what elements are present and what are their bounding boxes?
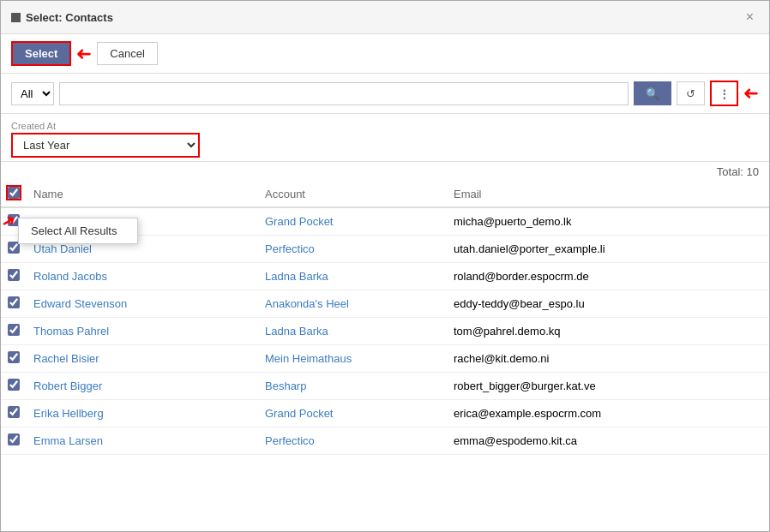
contact-name-link[interactable]: Robert Bigger (33, 380, 102, 392)
select-all-results-item[interactable]: Select All Results (19, 218, 137, 243)
more-button[interactable]: ⋮ (710, 81, 738, 106)
table-row: Roland JacobsLadna Barkaroland@border.es… (1, 263, 769, 290)
contact-name-link[interactable]: Emma Larsen (33, 434, 103, 447)
created-at-filter[interactable]: Last Year This Year Last Month This Mont… (11, 133, 200, 158)
search-button[interactable]: 🔍 (634, 81, 671, 105)
row-email: roland@border.espocrm.de (447, 263, 769, 290)
row-name: Thomas Pahrel (27, 318, 258, 345)
close-button[interactable]: × (741, 8, 759, 27)
row-account: Grand Pocket (258, 400, 447, 427)
contact-name-link[interactable]: Utah Daniel (33, 242, 92, 255)
account-link[interactable]: Ladna Barka (265, 325, 328, 338)
table-container[interactable]: ➜ Select All Results Name Account Email … (1, 182, 769, 531)
account-link[interactable]: Perfectico (265, 242, 315, 255)
account-link[interactable]: Besharp (265, 380, 306, 392)
row-checkbox-5[interactable] (8, 351, 20, 363)
account-link[interactable]: Grand Pocket (265, 215, 334, 228)
row-checkbox-4[interactable] (8, 324, 20, 336)
refresh-button[interactable]: ↺ (677, 81, 705, 105)
row-account: Ladna Barka (258, 263, 447, 290)
row-account: Mein Heimathaus (258, 345, 447, 373)
search-type-select[interactable]: All (11, 82, 54, 105)
dialog-title: Select: Contacts (11, 11, 113, 24)
row-checkbox-cell (1, 427, 27, 455)
row-email: emma@espodemo.kit.ca (447, 427, 769, 455)
row-checkbox-3[interactable] (8, 296, 20, 308)
row-account: Perfectico (258, 236, 447, 263)
table-row: Robert BiggerBesharprobert_bigger@burger… (1, 373, 769, 400)
refresh-icon: ↺ (686, 87, 695, 100)
account-link[interactable]: Ladna Barka (265, 270, 328, 283)
total-bar: Total: 10 (1, 162, 769, 182)
header-name: Name (27, 182, 258, 207)
row-checkbox-cell (1, 290, 27, 318)
cancel-button[interactable]: Cancel (97, 42, 157, 65)
contact-name-link[interactable]: Erika Hellberg (33, 407, 104, 420)
row-account: Besharp (258, 373, 447, 400)
row-name: Edward Stevenson (27, 290, 258, 318)
table-row: Emma LarsenPerfecticoemma@espodemo.kit.c… (1, 427, 769, 455)
row-name: Erika Hellberg (27, 400, 258, 427)
search-bar: All 🔍 ↺ ⋮ ➜ (1, 74, 769, 114)
toolbar: Select ➜ Cancel (1, 34, 769, 74)
search-input[interactable] (59, 82, 629, 105)
select-arrow-annotation: ➜ (76, 43, 92, 65)
row-checkbox-cell (1, 400, 27, 427)
row-name: Rachel Bisier (27, 345, 258, 373)
contacts-table: ➜ Select All Results Name Account Email … (1, 182, 769, 455)
filter-label: Created At (11, 121, 759, 131)
row-checkbox-2[interactable] (8, 269, 20, 281)
row-email: robert_bigger@burger.kat.ve (447, 373, 769, 400)
row-checkbox-cell (1, 318, 27, 345)
header-email: Email (447, 182, 769, 207)
contact-name-link[interactable]: Roland Jacobs (33, 270, 107, 283)
table-row: Edward StevensonAnakonda's Heeleddy-tedd… (1, 290, 769, 318)
row-checkbox-cell (1, 263, 27, 290)
contact-name-link[interactable]: Thomas Pahrel (33, 325, 109, 338)
row-checkbox-7[interactable] (8, 406, 20, 418)
row-email: erica@example.espocrm.com (447, 400, 769, 427)
row-checkbox-6[interactable] (8, 379, 20, 391)
row-checkbox-cell (1, 345, 27, 373)
contact-name-link[interactable]: Rachel Bisier (33, 352, 99, 365)
row-name: Robert Bigger (27, 373, 258, 400)
row-name: Roland Jacobs (27, 263, 258, 290)
contact-name-link[interactable]: Edward Stevenson (33, 297, 127, 310)
row-account: Grand Pocket (258, 207, 447, 236)
row-checkbox-cell (1, 373, 27, 400)
context-menu: Select All Results (18, 218, 138, 244)
select-contacts-dialog: Select: Contacts × Select ➜ Cancel All 🔍… (0, 0, 770, 532)
table-row: Rachel BisierMein Heimathausrachel@kit.d… (1, 345, 769, 373)
account-link[interactable]: Perfectico (265, 434, 315, 447)
account-link[interactable]: Anakonda's Heel (265, 297, 349, 310)
account-link[interactable]: Mein Heimathaus (265, 352, 352, 365)
row-email: tom@pahrel.demo.kq (447, 318, 769, 345)
search-icon: 🔍 (646, 87, 659, 100)
row-email: utah.daniel@porter_example.li (447, 236, 769, 263)
select-all-checkbox[interactable] (8, 187, 20, 199)
account-link[interactable]: Grand Pocket (265, 407, 334, 420)
more-icon: ⋮ (719, 87, 730, 100)
header-account: Account (258, 182, 447, 207)
row-account: Ladna Barka (258, 318, 447, 345)
row-account: Anakonda's Heel (258, 290, 447, 318)
dialog-title-text: Select: Contacts (26, 11, 113, 24)
row-email: micha@puerto_demo.lk (447, 207, 769, 236)
dialog-title-icon (11, 13, 21, 22)
row-email: eddy-teddy@bear_espo.lu (447, 290, 769, 318)
row-email: rachel@kit.demo.ni (447, 345, 769, 373)
row-account: Perfectico (258, 427, 447, 455)
row-name: Emma Larsen (27, 427, 258, 455)
select-button[interactable]: Select (11, 41, 71, 66)
more-arrow-annotation: ➜ (743, 82, 759, 105)
table-row: Erika HellbergGrand Pocketerica@example.… (1, 400, 769, 427)
header-checkbox-cell: ➜ Select All Results (1, 182, 27, 207)
table-row: Thomas PahrelLadna Barkatom@pahrel.demo.… (1, 318, 769, 345)
filter-area: Created At Last Year This Year Last Mont… (1, 114, 769, 162)
dialog-title-bar: Select: Contacts × (1, 1, 769, 34)
total-count: Total: 10 (717, 165, 759, 178)
row-checkbox-8[interactable] (8, 433, 20, 445)
